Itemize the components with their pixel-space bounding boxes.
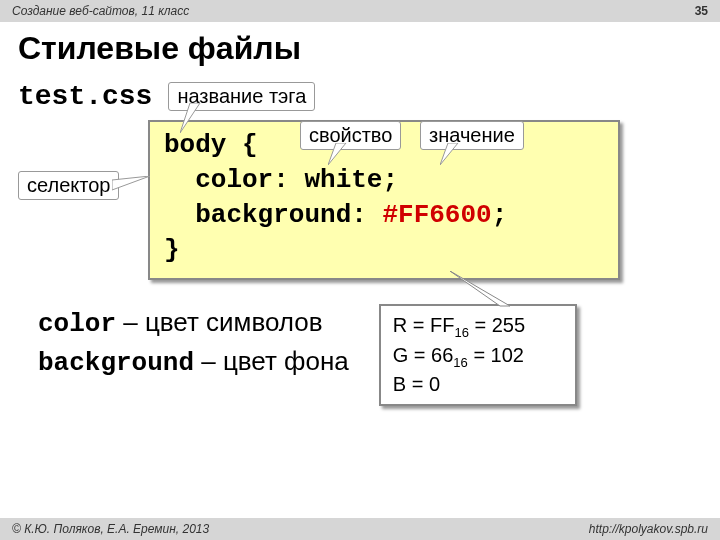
- label-selector: селектор: [18, 171, 119, 200]
- slide-title: Стилевые файлы: [18, 30, 702, 67]
- label-tagname: название тэга: [168, 82, 315, 111]
- content: test.css название тэга селектор свойство…: [0, 81, 720, 406]
- filename: test.css: [18, 81, 152, 112]
- header-left: Создание веб-сайтов, 11 класс: [12, 4, 189, 18]
- footer-right: http://kpolyakov.spb.ru: [589, 522, 708, 536]
- code-line-2: color: white;: [164, 163, 604, 198]
- rgb-b: B = 0: [393, 371, 563, 398]
- code-line-3: background: #FF6600;: [164, 198, 604, 233]
- footer-bar: © К.Ю. Поляков, Е.А. Еремин, 2013 http:/…: [0, 518, 720, 540]
- def-color: color – цвет символов: [38, 304, 349, 342]
- header-bar: Создание веб-сайтов, 11 класс 35: [0, 0, 720, 22]
- def-background: background – цвет фона: [38, 343, 349, 381]
- code-line-4: }: [164, 233, 604, 268]
- page-number: 35: [695, 4, 708, 18]
- footer-left: © К.Ю. Поляков, Е.А. Еремин, 2013: [12, 522, 209, 536]
- rgb-g: G = 6616 = 102: [393, 342, 563, 372]
- label-value: значение: [420, 121, 524, 150]
- label-property: свойство: [300, 121, 401, 150]
- rgb-r: R = FF16 = 255: [393, 312, 563, 342]
- definitions: color – цвет символов background – цвет …: [38, 304, 349, 381]
- rgb-box: R = FF16 = 255 G = 6616 = 102 B = 0: [379, 304, 577, 406]
